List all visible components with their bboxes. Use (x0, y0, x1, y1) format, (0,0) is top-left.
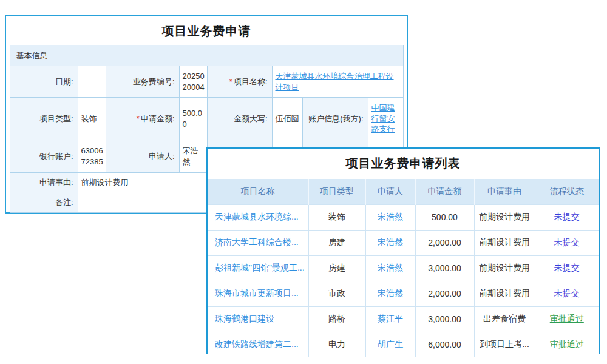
amount-cell: 2,000.00 (415, 281, 474, 306)
table-row: 珠海市城市更新项目... 市政 宋浩然 2,000.00 前期设计费用 未提交 (208, 281, 599, 306)
bank-account-value: 6300672385 (78, 140, 106, 173)
account-info-label: 账户信息(我方): (302, 98, 368, 140)
project-name-link[interactable]: 天津蒙城县水环境综... (215, 212, 299, 221)
apply-reason-label: 申请事由: (10, 173, 78, 192)
applicant-cell: 宋浩然 (365, 204, 415, 230)
reason-cell: 到项目上考... (474, 332, 535, 357)
project-name-cell: 改建铁路线增建第二... (208, 332, 308, 357)
status-cell: 未提交 (535, 204, 599, 230)
amount-cell: 3,000.00 (415, 255, 474, 281)
table-row: 珠海鹤港口建设 路桥 蔡江平 3,000.00 出差食宿费 审批通过 (208, 306, 599, 332)
account-info-value: 中国建行留安路支行 (368, 98, 403, 140)
project-name-value: 天津蒙城县水环境综合治理工程设计项目 (272, 66, 403, 98)
apply-amount-label: *申请金额: (106, 98, 179, 140)
form-row-1: 日期: 业务费编号: 2025020004 *项目名称: 天津蒙城县水环境综合治… (10, 66, 403, 98)
amount-cell: 3,000.00 (415, 306, 474, 332)
column-header-amount: 申请金额 (415, 179, 474, 204)
column-header-status: 流程状态 (535, 179, 599, 204)
page: 项目业务费申请 基本信息 日期: 业务费编号: 2025020004 *项目名称… (0, 0, 607, 364)
applicant-cell: 宋浩然 (365, 230, 415, 255)
reason-cell: 前期设计费用 (474, 281, 535, 306)
status-cell: 审批通过 (535, 306, 599, 332)
project-name-link[interactable]: 珠海鹤港口建设 (215, 314, 274, 323)
date-value (78, 66, 106, 98)
apply-amount-value: 500.00 (179, 98, 207, 140)
project-name-cell: 彭祖新城"四馆"景观工... (208, 255, 308, 281)
amount-caps-label: 金额大写: (207, 98, 272, 140)
amount-caps-value: 伍佰圆 (272, 98, 302, 140)
required-mark: * (229, 77, 232, 86)
project-name-link[interactable]: 彭祖新城"四馆"景观工... (215, 263, 305, 272)
applicant-link[interactable]: 宋浩然 (378, 288, 403, 298)
business-fee-list-panel: 项目业务费申请列表 项目名称 项目类型 申请人 申请金额 申请事由 流程状态 (206, 147, 600, 354)
status-link[interactable]: 审批通过 (550, 314, 584, 323)
applicant-link[interactable]: 胡广生 (378, 339, 403, 349)
project-name-link[interactable]: 天津蒙城县水环境综合治理工程设计项目 (276, 72, 394, 92)
status-link[interactable]: 审批通过 (550, 339, 584, 349)
list-table: 项目名称 项目类型 申请人 申请金额 申请事由 流程状态 天津蒙城县水环境综..… (208, 179, 599, 357)
status-link[interactable]: 未提交 (554, 288, 580, 298)
project-name-cell: 珠海鹤港口建设 (208, 306, 308, 332)
status-link[interactable]: 未提交 (554, 237, 580, 247)
applicant-label: 申请人: (106, 140, 179, 173)
project-type-cell: 房建 (308, 255, 365, 281)
column-header-reason: 申请事由 (474, 179, 535, 204)
project-type-label: 项目类型: (10, 98, 78, 140)
project-type-cell: 房建 (308, 230, 365, 255)
status-link[interactable]: 未提交 (554, 263, 580, 272)
list-title: 项目业务费申请列表 (208, 155, 599, 172)
fee-no-value: 2025020004 (179, 66, 207, 98)
amount-cell: 2,000.00 (415, 230, 474, 255)
applicant-cell: 胡广生 (365, 332, 415, 357)
form-title: 项目业务费申请 (6, 23, 407, 39)
form-row-2: 项目类型: 装饰 *申请金额: 500.00 金额大写: 伍佰圆 账户信息(我方… (10, 98, 403, 140)
applicant-link[interactable]: 宋浩然 (378, 237, 403, 247)
applicant-link[interactable]: 宋浩然 (378, 263, 403, 272)
account-info-link[interactable]: 中国建行留安路支行 (371, 103, 395, 133)
project-name-link[interactable]: 珠海市城市更新项目... (215, 288, 299, 298)
amount-cell: 500.00 (415, 204, 474, 230)
status-cell: 未提交 (535, 255, 599, 281)
project-name-link[interactable]: 改建铁路线增建第二... (215, 339, 299, 349)
reason-cell: 出差食宿费 (474, 306, 535, 332)
applicant-cell: 宋浩然 (365, 255, 415, 281)
list-header-row: 项目名称 项目类型 申请人 申请金额 申请事由 流程状态 (208, 179, 599, 204)
project-name-cell: 天津蒙城县水环境综... (208, 204, 308, 230)
section-header-basic-info: 基本信息 (10, 46, 403, 66)
column-header-applicant: 申请人 (365, 179, 415, 204)
project-name-cell: 珠海市城市更新项目... (208, 281, 308, 306)
project-type-cell: 市政 (308, 281, 365, 306)
status-cell: 审批通过 (535, 332, 599, 357)
status-cell: 未提交 (535, 281, 599, 306)
project-name-cell: 济南大学工科综合楼... (208, 230, 308, 255)
table-row: 天津蒙城县水环境综... 装饰 宋浩然 500.00 前期设计费用 未提交 (208, 204, 599, 230)
column-header-project-name: 项目名称 (208, 179, 308, 204)
project-type-value: 装饰 (78, 98, 106, 140)
project-type-cell: 电力 (308, 332, 365, 357)
remark-label: 备注: (10, 192, 78, 213)
bank-account-label: 银行账户: (10, 140, 78, 173)
date-label: 日期: (10, 66, 78, 98)
reason-cell: 前期设计费用 (474, 255, 535, 281)
table-row: 彭祖新城"四馆"景观工... 房建 宋浩然 3,000.00 前期设计费用 未提… (208, 255, 599, 281)
applicant-value: 宋浩然 (179, 140, 207, 173)
project-type-cell: 路桥 (308, 306, 365, 332)
project-type-cell: 装饰 (308, 204, 365, 230)
column-header-project-type: 项目类型 (308, 179, 365, 204)
applicant-link[interactable]: 蔡江平 (378, 314, 403, 323)
project-name-link[interactable]: 济南大学工科综合楼... (215, 237, 299, 247)
required-mark: * (137, 114, 140, 123)
reason-cell: 前期设计费用 (474, 204, 535, 230)
table-row: 济南大学工科综合楼... 房建 宋浩然 2,000.00 前期设计费用 未提交 (208, 230, 599, 255)
applicant-cell: 宋浩然 (365, 281, 415, 306)
project-name-label: *项目名称: (207, 66, 272, 98)
amount-cell: 6,000.00 (415, 332, 474, 357)
reason-cell: 前期设计费用 (474, 230, 535, 255)
fee-no-label: 业务费编号: (106, 66, 179, 98)
status-link[interactable]: 未提交 (554, 212, 580, 221)
status-cell: 未提交 (535, 230, 599, 255)
applicant-link[interactable]: 宋浩然 (378, 212, 403, 221)
table-row: 改建铁路线增建第二... 电力 胡广生 6,000.00 到项目上考... 审批… (208, 332, 599, 357)
applicant-cell: 蔡江平 (365, 306, 415, 332)
